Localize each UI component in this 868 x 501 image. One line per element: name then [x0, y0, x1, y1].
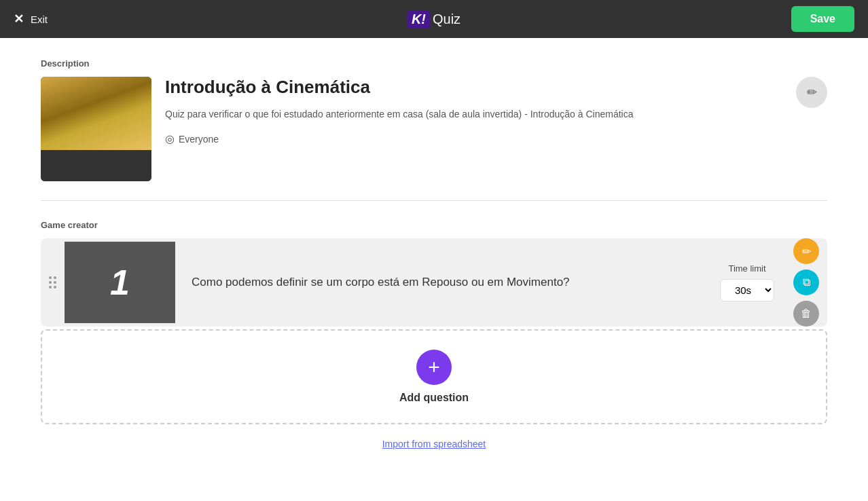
add-question-area[interactable]: + Add question — [41, 329, 827, 424]
import-link-area: Import from spreadsheet — [41, 438, 827, 450]
section-divider — [41, 200, 827, 201]
quiz-title: Introdução à Cinemática — [165, 77, 782, 98]
edit-question-button[interactable]: ✏ — [793, 238, 819, 264]
question-number-box: 1 — [65, 242, 175, 323]
plus-icon: + — [428, 357, 440, 377]
drag-dot — [54, 276, 56, 279]
logo-k-icon: K! — [408, 10, 430, 29]
import-spreadsheet-link[interactable]: Import from spreadsheet — [382, 439, 486, 449]
drag-dot — [49, 281, 52, 284]
app-logo: K! Quiz — [408, 10, 460, 29]
drag-dot — [54, 286, 56, 289]
thumbnail-image — [41, 77, 151, 150]
trash-icon: 🗑 — [801, 308, 812, 320]
copy-icon: ⧉ — [803, 276, 810, 289]
time-limit-label: Time limit — [728, 263, 765, 274]
exit-label: Exit — [31, 14, 48, 25]
question-number: 1 — [110, 262, 130, 303]
time-limit-section: Time limit 5s 10s 20s 30s 45s 60s 90s 12… — [709, 263, 785, 301]
edit-pencil-icon: ✏ — [802, 245, 811, 258]
question-text-area: Como podemos definir se um corpo está em… — [175, 274, 709, 291]
add-question-label: Add question — [399, 392, 469, 404]
delete-question-button[interactable]: 🗑 — [793, 301, 819, 327]
drag-dots-row-2 — [49, 281, 56, 284]
audience-icon: ◎ — [165, 132, 175, 145]
question-card: 1 Como podemos definir se um corpo está … — [41, 238, 827, 327]
thumbnail-bottom — [41, 150, 151, 181]
audience-label: Everyone — [179, 134, 219, 145]
time-limit-select[interactable]: 5s 10s 20s 30s 45s 60s 90s 120s 240s — [720, 279, 774, 301]
drag-dot — [54, 281, 56, 284]
quiz-info: Introdução à Cinemática Quiz para verifi… — [165, 77, 782, 145]
main-content: Description Introdução à Cinemática Quiz… — [0, 38, 868, 501]
question-text: Como podemos definir se um corpo está em… — [192, 274, 693, 291]
header: ✕ Exit K! Quiz Save — [0, 0, 868, 38]
close-icon: ✕ — [14, 12, 24, 26]
drag-dot — [49, 286, 52, 289]
game-creator-label: Game creator — [41, 220, 827, 230]
save-button[interactable]: Save — [791, 6, 854, 32]
drag-dots-row-3 — [49, 286, 56, 289]
quiz-description: Quiz para verificar o que foi estudado a… — [165, 107, 674, 122]
pencil-icon: ✏ — [807, 85, 817, 100]
question-action-buttons: ✏ ⧉ 🗑 — [785, 238, 827, 327]
description-section-label: Description — [41, 58, 827, 69]
drag-dot — [49, 276, 52, 279]
quiz-thumbnail — [41, 77, 151, 181]
edit-description-button[interactable]: ✏ — [796, 77, 827, 108]
drag-dots-row-1 — [49, 276, 56, 279]
description-card: Introdução à Cinemática Quiz para verifi… — [41, 77, 827, 181]
copy-question-button[interactable]: ⧉ — [793, 270, 819, 295]
drag-handle[interactable] — [41, 276, 65, 289]
logo-quiz-text: Quiz — [433, 12, 460, 27]
quiz-audience: ◎ Everyone — [165, 132, 782, 145]
add-plus-circle: + — [416, 350, 452, 385]
exit-button[interactable]: ✕ Exit — [14, 12, 48, 26]
